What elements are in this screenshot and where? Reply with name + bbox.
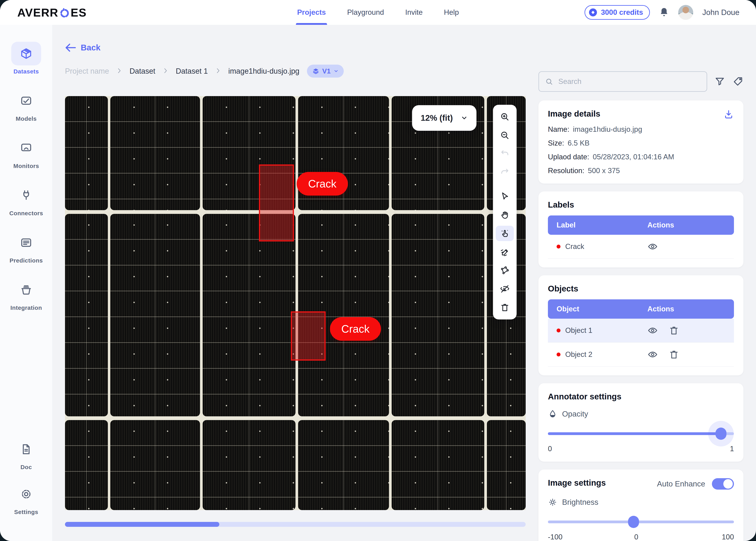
app-window: AVERR ES Projects Playground Invite Help… [0, 0, 756, 541]
eye-icon [647, 349, 658, 360]
integration-icon [11, 278, 41, 302]
sidebar-item-doc[interactable]: Doc [11, 437, 41, 470]
sidebar: Datasets Models Monitors Connectors [0, 25, 53, 541]
models-icon [11, 89, 41, 113]
annotator-settings-title: Annotator settings [548, 392, 734, 401]
delete-object-button[interactable] [669, 325, 679, 336]
slider-track[interactable] [548, 521, 734, 523]
auto-enhance-label: Auto Enhance [657, 480, 705, 488]
avatar[interactable] [678, 5, 693, 20]
brightness-slider[interactable] [548, 516, 734, 528]
delete-tool[interactable] [493, 298, 517, 317]
toggle-visibility-button[interactable] [647, 325, 658, 336]
delete-object-button[interactable] [669, 349, 679, 360]
toggle-visibility-button[interactable] [647, 349, 658, 360]
solar-module [487, 420, 526, 510]
zoom-out-tool[interactable] [493, 126, 517, 145]
size-label: Size: [548, 139, 564, 147]
solar-module [110, 214, 200, 416]
top-right-cluster: 3000 credits John Doue [584, 5, 739, 20]
breadcrumb-dataset[interactable]: Dataset [130, 67, 155, 75]
breadcrumb-dataset-1[interactable]: Dataset 1 [176, 67, 208, 75]
slider-handle[interactable] [628, 516, 639, 528]
solar-module [298, 420, 389, 510]
sidebar-item-settings[interactable]: Settings [11, 482, 41, 515]
redo-tool[interactable] [493, 163, 517, 182]
top-bar: AVERR ES Projects Playground Invite Help… [0, 0, 756, 25]
sidebar-item-predictions[interactable]: Predictions [10, 231, 43, 264]
opacity-slider[interactable] [548, 428, 734, 440]
brightness-min-label: -100 [548, 533, 563, 541]
search-input[interactable] [558, 77, 701, 86]
sidebar-item-monitors[interactable]: Monitors [11, 136, 41, 169]
chevron-down-icon [333, 69, 339, 74]
nav-projects[interactable]: Projects [297, 0, 326, 25]
label-column-header: Label [548, 221, 647, 229]
smart-annotate-tool[interactable] [493, 224, 517, 243]
version-selector[interactable]: V1 [307, 65, 344, 78]
sidebar-label: Datasets [13, 68, 39, 75]
trash-icon [669, 325, 679, 336]
resolution-value: 500 x 375 [588, 167, 620, 175]
logo-text-right: ES [71, 6, 87, 19]
annotation-label-pill[interactable]: Crack [297, 172, 348, 196]
logo-o-icon [60, 7, 70, 18]
sidebar-label: Settings [14, 509, 38, 515]
sidebar-item-connectors[interactable]: Connectors [9, 184, 43, 217]
main-area: Back Project name Dataset Dataset 1 imag… [53, 25, 539, 541]
brightness-sun-icon [548, 497, 558, 507]
breadcrumb-filename[interactable]: image1hdiu-dusjo.jpg [228, 67, 299, 75]
annotator-settings-card: Annotator settings Opacity 0 1 [539, 383, 743, 462]
sidebar-item-integration[interactable]: Integration [10, 278, 42, 311]
annotation-canvas[interactable]: CrackCrack 12% (fit) [65, 96, 526, 510]
nav-invite[interactable]: Invite [405, 0, 423, 25]
zoom-level-dropdown[interactable]: 12% (fit) [412, 105, 477, 131]
scrollbar-thumb[interactable] [65, 522, 219, 527]
draw-pen-tool[interactable] [493, 243, 517, 261]
download-button[interactable] [723, 109, 734, 120]
pan-hand-tool[interactable] [493, 206, 517, 224]
slider-handle[interactable] [715, 427, 726, 440]
annotation-bounding-box[interactable] [291, 311, 326, 360]
toggle-visibility-button[interactable] [647, 241, 658, 252]
nav-help[interactable]: Help [444, 0, 459, 25]
name-value: image1hdiu-dusjo.jpg [573, 125, 642, 134]
annotation-bounding-box[interactable] [259, 165, 294, 242]
object-name: Object 2 [565, 350, 592, 359]
notifications-bell-icon[interactable] [659, 7, 669, 18]
opacity-droplet-icon [548, 409, 558, 419]
objects-table-header: Object Actions [548, 299, 734, 319]
tag-button[interactable] [732, 76, 743, 87]
nav-playground[interactable]: Playground [347, 0, 384, 25]
table-row: Crack [548, 235, 734, 259]
auto-enhance-toggle[interactable] [712, 478, 734, 490]
back-button[interactable]: Back [65, 43, 100, 52]
image-settings-card: Image settings Auto Enhance Brightness [539, 469, 743, 541]
polygon-tool[interactable] [493, 261, 517, 279]
canvas-horizontal-scrollbar[interactable] [65, 522, 526, 527]
sidebar-item-models[interactable]: Models [11, 89, 41, 122]
zoom-in-tool[interactable] [493, 108, 517, 126]
solar-module [110, 96, 200, 210]
select-cursor-tool[interactable] [493, 187, 517, 206]
labels-title: Labels [548, 200, 734, 210]
breadcrumb-project[interactable]: Project name [65, 67, 109, 75]
solar-module [65, 420, 108, 510]
solar-module [202, 420, 295, 510]
objects-title: Objects [548, 284, 734, 293]
filter-button[interactable] [714, 76, 725, 87]
sidebar-label: Models [16, 115, 37, 122]
solar-module [392, 420, 485, 510]
hide-annotations-tool[interactable] [493, 279, 517, 298]
logo[interactable]: AVERR ES [17, 6, 87, 19]
sidebar-item-datasets[interactable]: Datasets [11, 42, 41, 75]
annotation-label-pill[interactable]: Crack [330, 317, 381, 341]
datasets-cube-icon [11, 42, 41, 65]
opacity-max-label: 1 [730, 445, 734, 453]
table-row: Object 2 [548, 343, 734, 367]
undo-tool[interactable] [493, 145, 517, 163]
breadcrumb: Project name Dataset Dataset 1 image1hdi… [65, 65, 526, 78]
actions-column-header: Actions [647, 305, 734, 313]
actions-column-header: Actions [647, 221, 734, 229]
credits-button[interactable]: 3000 credits [584, 5, 650, 20]
